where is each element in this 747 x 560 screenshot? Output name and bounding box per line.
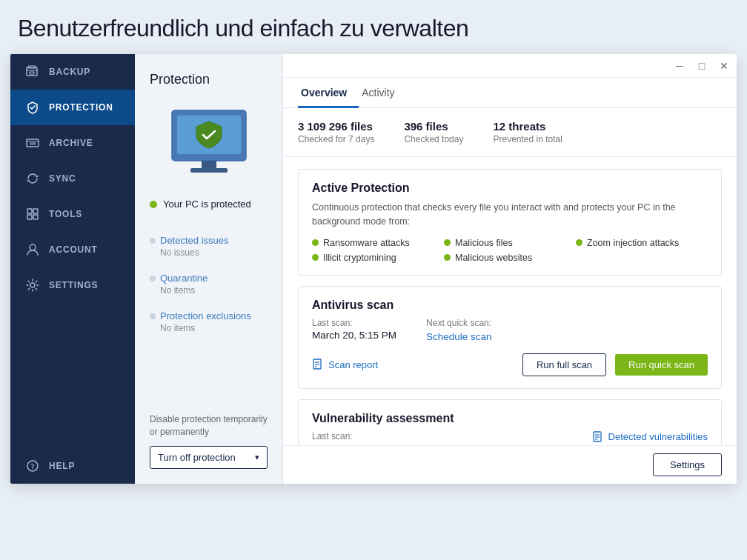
sidebar-item-settings[interactable]: SETTINGS [10, 267, 135, 303]
middle-nav-items: Detected issues No issues Quarantine No … [135, 221, 282, 347]
detected-vuln-icon [592, 431, 604, 443]
sidebar-item-help[interactable]: ? HELP [10, 448, 135, 484]
tabs-bar: Overview Activity [283, 78, 737, 108]
sidebar-item-label-tools: TOOLS [49, 209, 82, 219]
svg-rect-17 [202, 161, 216, 168]
turn-off-btn-label: Turn off protection [158, 452, 236, 463]
settings-button[interactable]: Settings [653, 453, 722, 476]
sidebar-item-tools[interactable]: TOOLS [10, 196, 135, 232]
settings-icon [25, 278, 40, 293]
computer-illustration [135, 99, 282, 193]
sidebar: BACKUP PROTECTION ARCHIVE [10, 54, 135, 484]
tools-icon [25, 207, 40, 221]
antivirus-scan-title: Antivirus scan [312, 299, 708, 312]
sidebar-item-label-account: ACCOUNT [49, 244, 98, 255]
tab-activity[interactable]: Activity [359, 78, 406, 108]
vuln-last-scan-label: Last scan: [312, 431, 562, 441]
detected-vulnerabilities-link[interactable]: Detected vulnerabilities [592, 431, 708, 443]
scan-report-icon [312, 359, 324, 370]
nav-item-quarantine-sub: No items [150, 285, 268, 296]
stat-threats-label: Prevented in total [493, 134, 562, 144]
last-scan-block: Last scan: March 20, 5:15 PM [312, 318, 396, 343]
sidebar-item-label-protection: PROTECTION [49, 102, 113, 113]
last-scan-label: Last scan: [312, 318, 396, 328]
feature-ransomware-label: Ransomware attacks [323, 238, 410, 248]
sidebar-item-label-settings: SETTINGS [49, 280, 98, 290]
disable-protection-text: Disable protection temporarily or perman… [150, 413, 268, 439]
svg-rect-9 [27, 215, 32, 219]
stat-files-today: 396 files Checked today [404, 120, 463, 144]
nav-item-protection-exclusions[interactable]: Protection exclusions No items [135, 303, 282, 341]
feature-malicious-websites-label: Malicious websites [455, 253, 532, 263]
content-area: Active Protection Continuous protection … [283, 157, 737, 445]
stats-bar: 3 109 296 files Checked for 7 days 396 f… [283, 108, 737, 157]
feature-zoom-label: Zoom injection attacks [587, 238, 679, 248]
status-dot-green [150, 201, 157, 208]
feature-dot-malicious-websites [444, 254, 451, 261]
antivirus-scan-card: Antivirus scan Last scan: March 20, 5:15… [298, 286, 722, 389]
page-heading: Benutzerfreundlich und einfach zu verwal… [0, 0, 747, 54]
middle-panel-title: Protection [135, 54, 282, 99]
nav-item-exclusions-sub: No items [150, 323, 268, 333]
turn-off-protection-button[interactable]: Turn off protection ▾ [150, 446, 268, 469]
stat-files-7days-label: Checked for 7 days [298, 134, 374, 144]
vuln-last-scan-block: Last scan: March 20, 5:15 PM [312, 431, 562, 446]
svg-rect-3 [30, 72, 34, 74]
protection-icon [25, 100, 40, 115]
minimize-button[interactable]: ─ [674, 61, 685, 71]
schedule-scan-link[interactable]: Schedule scan [426, 331, 492, 342]
vulnerability-card: Vulnerability assessment Last scan: Marc… [298, 399, 722, 446]
feature-cryptomining-label: Illicit cryptomining [323, 253, 396, 263]
vulnerability-title: Vulnerability assessment [312, 412, 708, 425]
detected-vuln-label: Detected vulnerabilities [608, 431, 708, 442]
scan-report-link[interactable]: Scan report [312, 359, 514, 370]
sidebar-item-label-sync: SYNC [49, 173, 76, 184]
nav-item-exclusions-label: Protection exclusions [150, 310, 268, 321]
run-full-scan-button[interactable]: Run full scan [522, 353, 606, 376]
stat-threats-value: 12 threats [493, 120, 562, 133]
next-scan-block: Next quick scan: Schedule scan [426, 318, 492, 343]
help-icon: ? [25, 459, 40, 473]
middle-bottom: Disable protection temporarily or perman… [135, 401, 282, 484]
feature-ransomware: Ransomware attacks [312, 238, 444, 248]
next-scan-label: Next quick scan: [426, 318, 492, 328]
maximize-button[interactable]: □ [697, 61, 707, 71]
stat-files-today-value: 396 files [404, 120, 463, 133]
tab-overview[interactable]: Overview [298, 78, 359, 108]
close-button[interactable]: ✕ [719, 61, 729, 71]
svg-rect-8 [33, 209, 38, 213]
stat-threats: 12 threats Prevented in total [493, 120, 562, 144]
svg-text:?: ? [31, 462, 36, 470]
backup-icon [25, 64, 40, 79]
feature-dot-cryptomining [312, 254, 319, 261]
active-protection-card: Active Protection Continuous protection … [298, 169, 722, 276]
sidebar-item-backup[interactable]: BACKUP [10, 54, 135, 90]
sidebar-item-sync[interactable]: SYNC [10, 161, 135, 196]
scan-report-label: Scan report [328, 359, 378, 370]
window-titlebar: ─ □ ✕ [283, 54, 737, 78]
app-window: BACKUP PROTECTION ARCHIVE [10, 54, 737, 484]
sidebar-item-archive[interactable]: ARCHIVE [10, 125, 135, 161]
last-scan-value: March 20, 5:15 PM [312, 330, 396, 341]
scan-actions: Scan report Run full scan Run quick scan [312, 353, 708, 376]
active-protection-title: Active Protection [312, 181, 708, 195]
run-quick-scan-button[interactable]: Run quick scan [615, 354, 708, 376]
account-icon [25, 242, 40, 257]
nav-item-detected-issues[interactable]: Detected issues No issues [135, 227, 282, 265]
sidebar-item-account[interactable]: ACCOUNT [10, 232, 135, 267]
main-content: ─ □ ✕ Overview Activity 3 109 296 files … [283, 54, 737, 484]
feature-dot-zoom [576, 239, 582, 246]
archive-icon [25, 136, 40, 150]
sidebar-item-protection[interactable]: PROTECTION [10, 90, 135, 125]
active-protection-desc: Continuous protection that checks every … [312, 201, 708, 229]
nav-item-quarantine[interactable]: Quarantine No items [135, 265, 282, 303]
sync-icon [25, 171, 40, 186]
protection-status: Your PC is protected [135, 193, 282, 221]
stat-files-7days: 3 109 296 files Checked for 7 days [298, 120, 374, 144]
svg-rect-10 [33, 215, 38, 219]
feature-dot-malicious-files [444, 239, 451, 246]
svg-point-12 [30, 283, 35, 287]
sidebar-item-label-backup: BACKUP [49, 67, 90, 77]
svg-rect-18 [190, 168, 228, 173]
middle-panel: Protection Your PC is protected [135, 54, 283, 484]
